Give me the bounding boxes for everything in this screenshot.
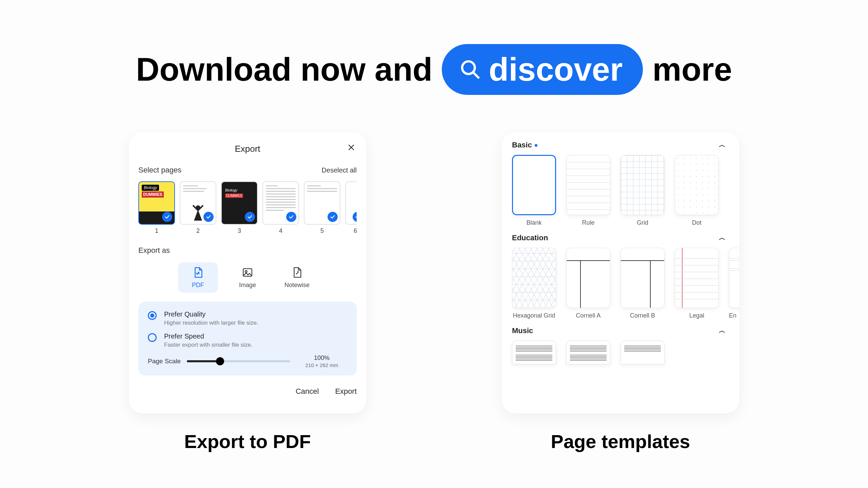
template-legal[interactable]: Legal [675, 248, 719, 319]
format-pdf[interactable]: PDF [178, 262, 218, 293]
page-thumb-3[interactable]: BiologyDUMMIES 3 [221, 181, 258, 235]
check-icon [328, 212, 338, 222]
chevron-up-icon: ︿ [719, 233, 726, 242]
template-cornell-a[interactable]: Cornell A [566, 248, 610, 319]
export-title: Export [235, 144, 260, 154]
template-hexagonal[interactable]: Hexagonal Grid [512, 248, 556, 319]
template-rule[interactable]: Rule [566, 155, 610, 226]
template-blank[interactable]: Blank [512, 155, 556, 226]
cancel-button[interactable]: Cancel [296, 387, 319, 396]
svg-line-1 [473, 72, 478, 78]
template-music-2[interactable] [566, 341, 610, 364]
template-dot[interactable]: Dot [675, 155, 719, 226]
export-panel: Export Select pages Deselect all Biology… [129, 132, 366, 413]
page-thumb-2[interactable]: 2 [180, 181, 216, 235]
headline: Download now and discover more [0, 0, 868, 95]
section-education-header[interactable]: Education ︿ [512, 233, 739, 242]
discover-pill[interactable]: discover [442, 44, 643, 95]
notewise-icon [291, 267, 303, 278]
export-button[interactable]: Export [335, 387, 357, 396]
radio-speed[interactable]: Prefer Speed Faster export with smaller … [148, 332, 347, 348]
templates-panel: Basic ︿ Blank Rule Grid [502, 132, 739, 413]
svg-rect-7 [243, 268, 252, 276]
radio-icon [148, 333, 157, 342]
template-music-3[interactable] [620, 341, 665, 364]
deselect-all-button[interactable]: Deselect all [322, 166, 357, 174]
template-music-1[interactable] [512, 341, 556, 364]
radio-quality[interactable]: Prefer Quality Higher resolution with la… [148, 310, 347, 326]
section-basic-header[interactable]: Basic ︿ [512, 140, 739, 149]
close-button[interactable] [348, 142, 355, 153]
search-icon [459, 59, 481, 80]
template-cornell-b[interactable]: Cornell B [620, 248, 665, 319]
caption-left: Export to PDF [184, 430, 311, 452]
discover-text: discover [489, 51, 623, 88]
page-thumb-4[interactable]: 4 [262, 181, 299, 235]
check-icon [245, 212, 255, 222]
check-icon [353, 212, 357, 222]
page-scale-slider[interactable] [187, 360, 290, 362]
export-as-label: Export as [138, 246, 357, 255]
template-english[interactable]: En [729, 248, 739, 319]
chevron-up-icon: ︿ [719, 140, 726, 149]
page-thumb-6[interactable]: 6 [345, 181, 357, 235]
page-thumb-5[interactable]: 5 [304, 181, 340, 235]
active-dot-icon [535, 144, 537, 147]
headline-pre: Download now and [136, 51, 433, 88]
person-icon [191, 204, 205, 224]
section-music-header[interactable]: Music ︿ [512, 326, 739, 335]
chevron-up-icon: ︿ [719, 326, 726, 335]
quality-box: Prefer Quality Higher resolution with la… [138, 302, 357, 375]
check-icon [203, 212, 214, 222]
svg-point-8 [245, 270, 247, 272]
headline-post: more [652, 51, 732, 88]
pages-strip: BiologyDUMMIES 1 2 BiologyDUMMIES [138, 181, 357, 237]
select-pages-label: Select pages [138, 166, 181, 175]
template-grid[interactable]: Grid [620, 155, 665, 226]
pdf-icon [192, 267, 204, 278]
page-thumb-1[interactable]: BiologyDUMMIES 1 [138, 181, 175, 235]
close-icon [348, 144, 355, 151]
scale-readout: 100% 210 × 262 mm [296, 354, 347, 368]
page-scale-label: Page Scale [148, 358, 181, 365]
check-icon [286, 212, 296, 222]
format-image[interactable]: Image [228, 262, 268, 293]
image-icon [242, 267, 253, 278]
check-icon [162, 212, 172, 222]
format-notewise[interactable]: Notewise [277, 262, 317, 293]
radio-icon [148, 311, 157, 320]
caption-right: Page templates [551, 430, 690, 452]
